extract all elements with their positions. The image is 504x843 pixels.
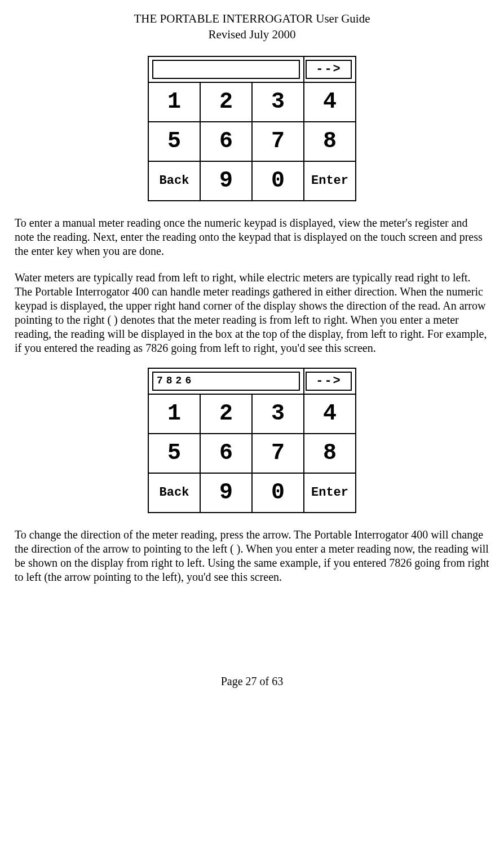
key-enter[interactable]: Enter [304,474,355,512]
keypad-2: 7826 --> 1 2 3 4 5 6 7 8 Back 9 0 Enter [148,368,356,513]
key-2[interactable]: 2 [201,395,251,433]
key-8[interactable]: 8 [304,122,355,161]
direction-arrow-button[interactable]: --> [306,60,352,79]
key-1[interactable]: 1 [149,83,200,121]
keypad-figure-1: --> 1 2 3 4 5 6 7 8 Back 9 0 Enter [15,56,489,201]
keypad-1: --> 1 2 3 4 5 6 7 8 Back 9 0 Enter [148,56,356,201]
reading-display[interactable]: 7826 [152,372,300,391]
paragraph-3: To change the direction of the meter rea… [15,528,489,584]
direction-arrow-cell: --> [304,368,356,394]
page-header: THE PORTABLE INTERROGATOR User Guide Rev… [15,11,489,42]
key-2[interactable]: 2 [201,83,251,121]
key-enter[interactable]: Enter [304,162,355,200]
key-3[interactable]: 3 [253,395,303,433]
direction-arrow-button[interactable]: --> [306,372,352,391]
key-7[interactable]: 7 [253,122,303,161]
key-3[interactable]: 3 [253,83,303,121]
key-back[interactable]: Back [149,474,200,512]
paragraph-2: Water meters are typically read from lef… [15,271,489,355]
doc-subtitle: Revised July 2000 [15,27,489,42]
key-back[interactable]: Back [149,162,200,200]
key-6[interactable]: 6 [201,122,251,161]
direction-arrow-cell: --> [304,56,356,82]
reading-display-cell [148,56,304,82]
key-0[interactable]: 0 [253,162,303,200]
key-9[interactable]: 9 [201,474,251,512]
key-4[interactable]: 4 [304,395,355,433]
paragraph-1: To enter a manual meter reading once the… [15,216,489,258]
doc-title: THE PORTABLE INTERROGATOR User Guide [15,11,489,26]
reading-display[interactable] [152,60,300,79]
key-7[interactable]: 7 [253,434,303,473]
key-5[interactable]: 5 [149,122,200,161]
key-8[interactable]: 8 [304,434,355,473]
key-0[interactable]: 0 [253,474,303,512]
key-9[interactable]: 9 [201,162,251,200]
keypad-figure-2: 7826 --> 1 2 3 4 5 6 7 8 Back 9 0 Enter [15,368,489,513]
page-footer: Page 27 of 63 [15,674,489,688]
key-6[interactable]: 6 [201,434,251,473]
key-4[interactable]: 4 [304,83,355,121]
reading-display-cell: 7826 [148,368,304,394]
key-5[interactable]: 5 [149,434,200,473]
key-1[interactable]: 1 [149,395,200,433]
